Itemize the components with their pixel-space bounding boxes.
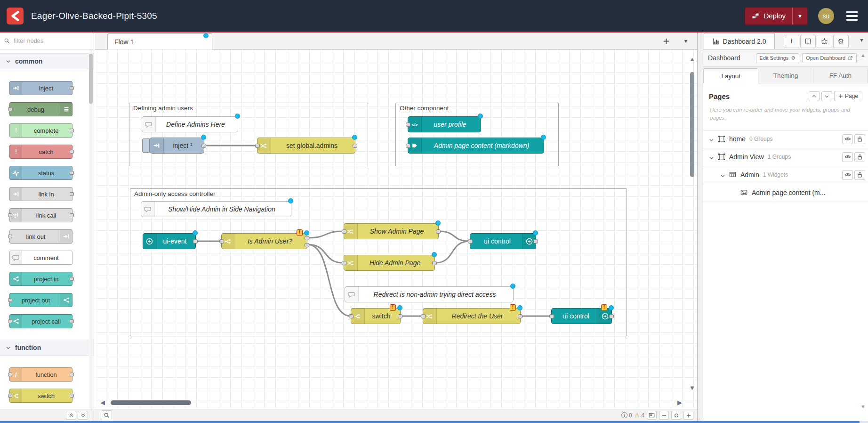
canvas-scroll-down-arrow[interactable]: ▼ — [689, 385, 695, 391]
navigator-button[interactable] — [647, 411, 657, 420]
palette-node-catch[interactable]: !catch — [9, 145, 72, 159]
collapse-all-button[interactable] — [809, 91, 820, 101]
sidebar-tab-help[interactable] — [800, 35, 816, 48]
output-port[interactable] — [353, 144, 357, 148]
input-port[interactable] — [549, 314, 554, 318]
palette-node-complete[interactable]: !complete — [9, 123, 72, 138]
output-port[interactable] — [305, 243, 309, 247]
sidebar-resize-gutter[interactable] — [697, 33, 703, 421]
input-port[interactable] — [342, 229, 346, 234]
output-port[interactable] — [305, 236, 309, 240]
palette-node-status[interactable]: status — [9, 166, 72, 180]
zoom-reset-button[interactable] — [671, 411, 681, 420]
error-count[interactable]: i 0 — [621, 412, 632, 419]
chevron-down-icon[interactable] — [720, 172, 726, 178]
output-port[interactable] — [193, 239, 198, 244]
lock-button[interactable] — [854, 134, 865, 144]
node-ui-control[interactable]: ui control! — [551, 308, 612, 324]
palette-node-switch[interactable]: switch — [9, 389, 72, 403]
output-port[interactable] — [533, 239, 538, 244]
output-port[interactable] — [436, 229, 441, 234]
output-port[interactable] — [609, 314, 614, 318]
palette-node-comment[interactable]: comment — [9, 251, 72, 265]
canvas-scroll-right-arrow[interactable]: ▶ — [677, 399, 682, 406]
input-port[interactable] — [406, 144, 410, 148]
sidebar-tab-info[interactable]: i — [784, 35, 799, 48]
palette-node-link-in[interactable]: link in — [9, 187, 72, 201]
node-Show/Hide-Admin-in-Side-Navigation[interactable]: Show/Hide Admin in Side Navigation — [141, 201, 291, 217]
input-port[interactable] — [342, 261, 346, 265]
input-port[interactable] — [255, 144, 260, 148]
warning-count[interactable]: ⚠ 4 — [635, 412, 644, 419]
input-port[interactable] — [421, 314, 426, 318]
input-port[interactable] — [468, 239, 473, 244]
add-flow-button[interactable] — [661, 36, 671, 46]
node-inject-¹[interactable]: inject ¹ — [150, 138, 204, 154]
palette-node-link-call[interactable]: link call — [9, 208, 72, 222]
tree-row-Admin-View[interactable]: Admin View1 Groups — [703, 148, 868, 166]
output-port[interactable] — [518, 314, 522, 318]
flow-group-Defining-admin-users[interactable]: Defining admin users — [129, 103, 368, 166]
visibility-button[interactable] — [842, 170, 853, 180]
sidebar-tab-debug[interactable] — [817, 35, 832, 48]
flow-canvas[interactable]: Defining admin usersOther componentAdmin… — [95, 49, 697, 409]
input-port[interactable] — [406, 122, 410, 127]
workspace-tab-flow1[interactable]: Flow 1 — [107, 33, 212, 49]
palette-node-function[interactable]: ƒfunction — [9, 367, 72, 382]
input-port[interactable] — [349, 314, 354, 318]
palette-node-inject[interactable]: inject — [9, 81, 72, 95]
flow-list-button[interactable]: ▼ — [681, 36, 691, 46]
node-Redirect-is-non-admin-trying-direct-access[interactable]: Redirect is non-admin trying direct acce… — [345, 286, 514, 302]
flow-group-Other-component[interactable]: Other component — [395, 103, 559, 166]
main-menu-button[interactable] — [844, 9, 860, 23]
zoom-out-button[interactable] — [659, 411, 669, 420]
palette-node-project-out[interactable]: project out — [9, 293, 72, 307]
canvas-scroll-up-arrow[interactable]: ▲ — [689, 56, 695, 62]
palette-collapse-all-button[interactable] — [66, 411, 76, 420]
palette-category-function[interactable]: function — [0, 340, 94, 356]
node-Admin-page-content-(markdown)[interactable]: Admin page content (markdown) — [408, 138, 544, 154]
chevron-down-icon[interactable] — [709, 136, 715, 142]
canvas-search-button[interactable] — [101, 410, 112, 420]
page-hscrollbar-thumb[interactable] — [0, 421, 860, 423]
sidebar-tabs-menu-button[interactable]: ▼ — [859, 37, 864, 43]
edit-settings-button[interactable]: Edit Settings ⚙ — [756, 53, 800, 63]
deploy-button[interactable]: Deploy ▼ — [745, 7, 808, 25]
palette-expand-all-button[interactable] — [78, 411, 88, 420]
sidebar-tab-config[interactable]: ⚙ — [833, 35, 849, 48]
page-hscrollbar[interactable] — [0, 421, 868, 423]
sidebar-scroll-down-arrow[interactable]: ▼ — [860, 404, 866, 409]
tree-row-home[interactable]: home0 Groups — [703, 130, 868, 148]
tree-row-Admin-page-content-m-[interactable]: Admin page content (m... — [703, 184, 868, 202]
output-port[interactable] — [398, 314, 402, 318]
node-ui-control[interactable]: ui control — [470, 233, 536, 249]
deploy-options-button[interactable]: ▼ — [792, 8, 807, 24]
node-set-global.admins[interactable]: set global.admins — [257, 138, 355, 154]
output-port[interactable] — [432, 261, 437, 265]
node-user-profile[interactable]: </>user profile — [408, 116, 481, 132]
open-dashboard-button[interactable]: Open Dashboard — [802, 53, 857, 63]
node-Show-Admin-Page[interactable]: Show Admin Page — [344, 223, 439, 239]
zoom-in-button[interactable] — [683, 411, 693, 420]
input-port[interactable] — [219, 239, 224, 244]
node-Hide-Admin-Page[interactable]: Hide Admin Page — [344, 255, 435, 271]
lock-button[interactable] — [854, 152, 865, 162]
node-Define-Admins-Here[interactable]: Define Admins Here — [142, 116, 238, 132]
sidebar-tab-dashboard[interactable]: Dashboard 2.0 — [704, 33, 775, 49]
tab-layout[interactable]: Layout — [703, 68, 758, 83]
node-Is-Admin-User?[interactable]: Is Admin User?! — [221, 233, 307, 249]
palette-node-debug[interactable]: debug — [9, 102, 72, 116]
sidebar-scroll-up-arrow[interactable]: ▲ — [860, 52, 866, 58]
tab-ff-auth[interactable]: FF Auth — [813, 68, 868, 83]
add-page-button[interactable]: Page — [834, 91, 862, 101]
tab-theming[interactable]: Theming — [758, 68, 813, 83]
lock-button[interactable] — [854, 170, 865, 180]
user-avatar[interactable]: su — [818, 8, 834, 24]
palette-node-project-call[interactable]: project call — [9, 314, 72, 328]
node-Redirect-the-User[interactable]: Redirect the User! — [423, 308, 521, 324]
node-switch[interactable]: switch! — [351, 308, 401, 324]
canvas-vscroll-thumb[interactable] — [690, 72, 694, 177]
palette-node-project-in[interactable]: project in — [9, 272, 72, 286]
palette-category-common[interactable]: common — [0, 53, 94, 69]
palette-node-link-out[interactable]: link out — [9, 229, 72, 244]
